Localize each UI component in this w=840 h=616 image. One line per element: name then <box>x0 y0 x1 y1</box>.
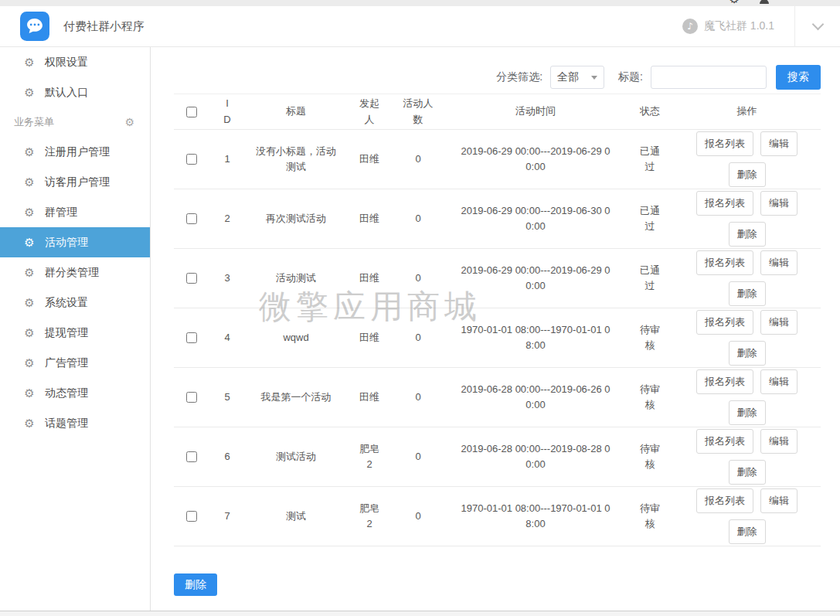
clipped-user-icon <box>760 0 769 4</box>
delete-row-button[interactable]: 删除 <box>729 460 766 485</box>
row-activity-time: 2019-06-29 00:00---2019-06-30 00:00 <box>444 203 627 234</box>
edit-button[interactable]: 编辑 <box>760 310 797 335</box>
sidebar-item-topic-management[interactable]: ⚙ 话题管理 <box>0 408 150 438</box>
row-initiator: 肥皂2 <box>347 501 392 532</box>
footer-bar: 删除 <box>174 573 821 596</box>
gear-icon: ⚙ <box>23 175 36 189</box>
category-filter-select[interactable]: 全部 <box>550 66 604 89</box>
search-button[interactable]: 搜索 <box>776 65 821 90</box>
sidebar-item-group-category-management[interactable]: ⚙ 群分类管理 <box>0 257 150 288</box>
app-header: 付费社群小程序 ♪ 魔飞社群 1.0.1 <box>0 6 840 47</box>
sidebar-item-label: 群分类管理 <box>45 266 99 280</box>
gear-icon: ⚙ <box>23 56 36 70</box>
chat-bubble-icon <box>20 12 49 41</box>
row-actions: 报名列表 编辑 删除 <box>673 488 821 544</box>
gear-icon: ⚙ <box>23 266 36 280</box>
sidebar-item-activity-management[interactable]: ⚙ 活动管理 <box>0 227 150 257</box>
sidebar-item-label: 提现管理 <box>45 326 88 340</box>
signup-list-button[interactable]: 报名列表 <box>696 429 753 454</box>
row-actions: 报名列表 编辑 删除 <box>673 131 821 187</box>
table-header-row: ID 标题 发起人 活动人数 活动时间 状态 操作 <box>174 94 821 130</box>
delete-row-button[interactable]: 删除 <box>729 341 766 366</box>
section-gear-icon[interactable]: ⚙ <box>124 116 134 128</box>
col-header-title: 标题 <box>286 104 306 119</box>
edit-button[interactable]: 编辑 <box>760 191 797 216</box>
sidebar-item-visitor-user-management[interactable]: ⚙ 访客用户管理 <box>0 167 150 197</box>
row-title: 测试活动 <box>245 449 347 465</box>
col-header-initiator: 发起人 <box>357 96 382 127</box>
row-title: 活动测试 <box>245 271 347 286</box>
app-title: 付费社群小程序 <box>63 19 145 34</box>
row-status: 已通过 <box>627 263 673 294</box>
table-row: 5 我是第一个活动 田维 0 2019-06-28 00:00---2019-0… <box>174 368 821 427</box>
brand-version-text: 魔飞社群 1.0.1 <box>704 19 774 33</box>
table-row: 2 再次测试活动 田维 0 2019-06-29 00:00---2019-06… <box>174 189 821 249</box>
sidebar-item-registered-user-management[interactable]: ⚙ 注册用户管理 <box>0 137 150 167</box>
gear-icon: ⚙ <box>23 326 36 340</box>
row-actions: 报名列表 编辑 删除 <box>673 191 821 247</box>
sidebar-section-label: 业务菜单 <box>14 115 54 129</box>
main-content: 分类筛选: 全部 标题: 搜索 ID 标题 发起人 活动人数 活动时间 状态 <box>151 47 840 611</box>
row-checkbox[interactable] <box>186 273 197 284</box>
row-title: 没有小标题，活动测试 <box>245 144 347 175</box>
select-all-checkbox[interactable] <box>186 107 197 117</box>
delete-row-button[interactable]: 删除 <box>729 519 766 544</box>
row-title: 测试 <box>245 509 347 524</box>
header-dropdown-toggle[interactable] <box>795 6 840 46</box>
clipped-gear-icon: ⚙ <box>729 0 740 5</box>
sidebar-item-label: 群管理 <box>45 206 77 220</box>
delete-row-button[interactable]: 删除 <box>729 281 766 306</box>
sidebar-item-group-management[interactable]: ⚙ 群管理 <box>0 197 150 227</box>
top-strip: ⚙ <box>0 0 840 6</box>
row-initiator: 肥皂2 <box>347 441 392 472</box>
app-window: ⚙ 付费社群小程序 ♪ 魔飞社群 1.0.1 ⚙ <box>0 0 840 616</box>
delete-row-button[interactable]: 删除 <box>729 222 766 247</box>
edit-button[interactable]: 编辑 <box>760 429 797 454</box>
sidebar-item-ad-management[interactable]: ⚙ 广告管理 <box>0 348 150 378</box>
sidebar-item-withdrawal-management[interactable]: ⚙ 提现管理 <box>0 318 150 348</box>
signup-list-button[interactable]: 报名列表 <box>696 250 753 275</box>
edit-button[interactable]: 编辑 <box>760 369 797 394</box>
signup-list-button[interactable]: 报名列表 <box>696 488 753 513</box>
clipped-toolbar-icons: ⚙ <box>729 0 769 5</box>
sidebar-top-group: ⚙ 权限设置 ⚙ 默认入口 <box>0 47 150 107</box>
delete-row-button[interactable]: 删除 <box>729 400 766 425</box>
signup-list-button[interactable]: 报名列表 <box>696 191 753 216</box>
row-initiator: 田维 <box>347 330 392 345</box>
row-checkbox[interactable] <box>186 154 197 165</box>
signup-list-button[interactable]: 报名列表 <box>696 310 753 335</box>
signup-list-button[interactable]: 报名列表 <box>696 369 753 394</box>
sidebar-item-system-settings[interactable]: ⚙ 系统设置 <box>0 288 150 318</box>
bulk-delete-button[interactable]: 删除 <box>174 573 217 596</box>
row-checkbox[interactable] <box>186 332 197 343</box>
edit-button[interactable]: 编辑 <box>760 131 797 156</box>
row-checkbox[interactable] <box>186 392 197 403</box>
row-status: 已通过 <box>627 203 673 234</box>
row-checkbox[interactable] <box>186 213 197 224</box>
edit-button[interactable]: 编辑 <box>760 250 797 275</box>
note-glyph: ♪ <box>687 21 693 32</box>
sidebar-item-default-entry[interactable]: ⚙ 默认入口 <box>0 77 150 107</box>
sidebar-menu-group: ⚙ 注册用户管理 ⚙ 访客用户管理 ⚙ 群管理 ⚙ 活动管理 ⚙ 群分类管理 ⚙… <box>0 137 150 438</box>
row-initiator: 田维 <box>347 151 392 167</box>
title-filter-label: 标题: <box>618 70 643 84</box>
col-header-activity-time: 活动时间 <box>515 104 556 119</box>
row-checkbox[interactable] <box>186 451 197 462</box>
category-filter-value: 全部 <box>557 70 579 84</box>
gear-icon: ⚙ <box>23 356 36 370</box>
bottom-strip <box>0 611 840 616</box>
row-checkbox[interactable] <box>186 511 197 522</box>
row-participants: 0 <box>392 390 444 405</box>
gear-icon: ⚙ <box>23 145 36 159</box>
row-status: 待审核 <box>627 382 673 413</box>
row-id: 7 <box>209 509 245 524</box>
sidebar-item-moments-management[interactable]: ⚙ 动态管理 <box>0 378 150 408</box>
row-status: 待审核 <box>627 501 673 532</box>
edit-button[interactable]: 编辑 <box>760 488 797 513</box>
sidebar-item-permission-settings[interactable]: ⚙ 权限设置 <box>0 47 150 77</box>
col-header-status: 状态 <box>640 104 660 119</box>
delete-row-button[interactable]: 删除 <box>729 162 766 187</box>
title-filter-input[interactable] <box>651 66 767 89</box>
signup-list-button[interactable]: 报名列表 <box>696 131 753 156</box>
sidebar-item-label: 活动管理 <box>45 236 88 250</box>
